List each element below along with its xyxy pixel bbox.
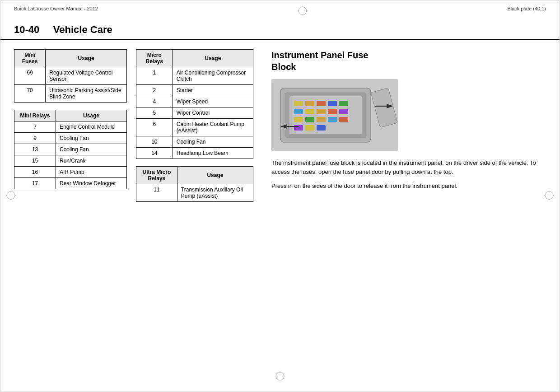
micro-relays-table: Micro Relays Usage 1 Air Conditioning Co… [136,49,253,159]
svg-point-0 [299,7,307,15]
micro-relay-number: 14 [136,148,173,159]
svg-rect-26 [317,125,326,131]
mini-relay-usage: Cooling Fan [56,144,126,155]
section-title: 10-40 Vehicle Care [14,24,112,35]
micro-relays-col1-header: Micro Relays [136,50,173,67]
main-content: Mini Fuses Usage 69 Regulated Voltage Co… [0,49,560,202]
table-row: 13 Cooling Fan [14,144,127,155]
mini-fuses-col1-header: Mini Fuses [14,50,46,67]
section-title-text: Vehicle Care [53,24,112,35]
instrument-panel-svg [271,79,398,151]
mini-relays-table: Mini Relays Usage 7 Engine Control Modul… [14,110,127,189]
mini-fuse-number: 69 [14,67,46,85]
micro-relay-usage: Cooling Fan [173,136,253,148]
mini-relay-usage: Cooling Fan [56,133,126,144]
instrument-panel-heading: Instrument Panel Fuse Block [271,49,546,73]
instrument-description-1: The instrument panel fuse block is locat… [271,159,546,176]
header-crosshair-icon [298,6,308,16]
mini-relay-number: 17 [14,178,56,189]
svg-rect-16 [317,109,326,114]
ultra-micro-col2-header: Usage [177,167,253,184]
mini-relays-col1-header: Mini Relays [14,110,56,121]
middle-column: Micro Relays Usage 1 Air Conditioning Co… [136,49,253,202]
svg-rect-19 [294,117,303,122]
svg-rect-15 [305,109,314,114]
page-container: Buick LaCrosse Owner Manual - 2012 Black… [0,0,560,392]
mini-fuse-number: 70 [14,85,46,103]
instrument-heading-line1: Instrument Panel Fuse [271,50,369,60]
mini-fuse-usage: Ultrasonic Parking Assist/Side Blind Zon… [46,85,127,103]
instrument-panel-image [271,79,398,151]
table-row: 4 Wiper Speed [136,96,253,107]
bottom-crosshair-icon [275,371,285,381]
svg-rect-20 [305,117,314,122]
svg-rect-17 [328,109,337,114]
instrument-heading-line2: Block [271,62,296,72]
header-center [298,6,308,16]
mini-fuses-col2-header: Usage [46,50,127,67]
micro-relay-number: 5 [136,107,173,119]
table-row: 14 Headlamp Low Beam [136,148,253,159]
mini-relay-usage: Rear Window Defogger [56,178,126,189]
table-row: 70 Ultrasonic Parking Assist/Side Blind … [14,85,127,103]
instrument-description-2: Press in on the sides of the door to rel… [271,182,546,191]
mini-fuses-table: Mini Fuses Usage 69 Regulated Voltage Co… [14,49,127,103]
ultra-micro-col1-header: Ultra Micro Relays [136,167,177,184]
right-crosshair-icon [544,191,554,201]
micro-relay-usage: Wiper Control [173,107,253,119]
left-column: Mini Fuses Usage 69 Regulated Voltage Co… [14,49,127,202]
header-right-text: Black plate (40,1) [507,6,546,11]
table-row: 2 Starter [136,85,253,96]
ultra-micro-number: 11 [136,184,177,202]
table-row: 15 Run/Crank [14,155,127,167]
header-left-text: Buick LaCrosse Owner Manual - 2012 [14,6,98,11]
micro-relay-usage: Starter [173,85,253,96]
table-row: 11 Transmission Auxiliary Oil Pump (eAss… [136,184,253,202]
svg-rect-22 [328,117,337,122]
table-row: 9 Cooling Fan [14,133,127,144]
svg-rect-23 [339,117,348,122]
mini-relay-number: 13 [14,144,56,155]
mini-relay-usage: Run/Crank [56,155,126,167]
mini-relays-col2-header: Usage [56,110,126,121]
svg-rect-14 [294,109,303,114]
ultra-micro-relays-table: Ultra Micro Relays Usage 11 Transmission… [136,166,253,202]
micro-relays-col2-header: Usage [173,50,253,67]
table-row: 17 Rear Window Defogger [14,178,127,189]
micro-relay-number: 4 [136,96,173,107]
table-row: 1 Air Conditioning Compressor Clutch [136,67,253,85]
right-column: Instrument Panel Fuse Block [262,49,546,202]
svg-point-32 [7,191,15,200]
svg-rect-21 [317,117,326,122]
micro-relay-number: 6 [136,119,173,136]
mini-relay-usage: Engine Control Module [56,121,126,133]
micro-relay-usage: Air Conditioning Compressor Clutch [173,67,253,85]
micro-relay-number: 2 [136,85,173,96]
mini-relay-number: 7 [14,121,56,133]
micro-relay-number: 1 [136,67,173,85]
micro-relay-usage: Cabin Heater Coolant Pump (eAssist) [173,119,253,136]
svg-rect-11 [317,101,326,106]
table-row: 16 AIR Pump [14,167,127,178]
micro-relay-number: 10 [136,136,173,148]
table-row: 7 Engine Control Module [14,121,127,133]
mini-fuse-usage: Regulated Voltage Control Sensor [46,67,127,85]
mini-relay-number: 9 [14,133,56,144]
svg-rect-24 [294,125,303,131]
ultra-micro-usage: Transmission Auxiliary Oil Pump (eAssist… [177,184,253,202]
svg-rect-10 [305,101,314,106]
micro-relay-usage: Wiper Speed [173,96,253,107]
svg-rect-13 [339,101,348,106]
mini-relay-usage: AIR Pump [56,167,126,178]
section-heading: 10-40 Vehicle Care [0,19,560,40]
svg-rect-18 [339,109,348,114]
svg-rect-12 [328,101,337,106]
svg-rect-9 [294,101,303,106]
left-margin-marker [6,191,16,202]
micro-relay-usage: Headlamp Low Beam [173,148,253,159]
table-row: 10 Cooling Fan [136,136,253,148]
table-row: 69 Regulated Voltage Control Sensor [14,67,127,85]
left-crosshair-icon [6,191,16,201]
mini-relay-number: 15 [14,155,56,167]
right-margin-marker [544,191,554,202]
